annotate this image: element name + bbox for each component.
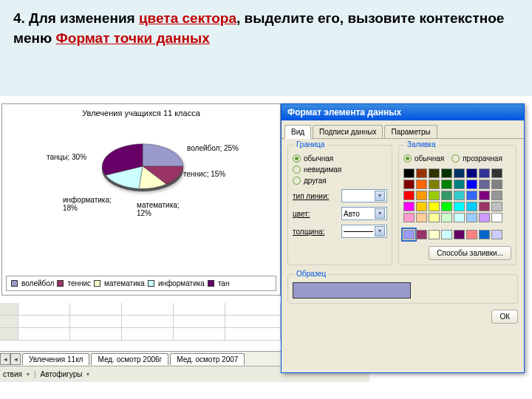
line-type-combo[interactable]: ▾ [341,189,387,202]
palette-color[interactable] [466,168,477,178]
palette-color[interactable] [479,180,490,189]
actions-menu[interactable]: ствия [3,370,22,378]
color-palette [403,168,511,222]
palette-color[interactable] [441,168,452,178]
palette-color[interactable] [403,168,415,178]
sheet-tab-1[interactable]: Увлечения 11кл [22,353,89,365]
dialog-tabs: Вид Подписи данных Параметры [282,120,524,139]
palette-color[interactable] [491,180,502,189]
palette-color[interactable] [429,230,440,239]
border-radio-normal[interactable]: обычная [293,154,387,163]
palette-color[interactable] [416,213,427,222]
palette-color[interactable] [441,191,452,200]
palette-color[interactable] [454,191,465,200]
palette-color[interactable] [479,168,490,178]
palette-color[interactable] [403,180,415,189]
palette-color[interactable] [429,191,440,200]
palette-color[interactable] [429,168,440,178]
palette-color[interactable] [454,168,465,178]
palette-color[interactable] [416,191,427,200]
palette-color[interactable] [491,230,502,239]
pie-chart[interactable]: Увлечения учащихся 11 класса волейбол; 2… [1,103,281,296]
palette-color[interactable] [491,213,502,222]
chart-title: Увлечения учащихся 11 класса [2,104,280,122]
sample-preview [293,282,411,299]
autoshapes-menu[interactable]: Автофигуры [41,370,83,378]
ok-button[interactable]: ОК [491,310,518,324]
data-label-informatics: информатика;18% [63,196,112,212]
dialog-title: Формат элемента данных [282,104,524,120]
border-radio-invisible[interactable]: невидимая [293,166,387,174]
sample-group: Образец [287,274,518,304]
sheet-tab-3[interactable]: Мед. осмотр 2007 [170,353,245,365]
data-label-tennis: теннис; 15% [183,170,225,178]
tab-view[interactable]: Вид [284,125,311,139]
palette-color[interactable] [441,180,452,189]
fill-methods-button[interactable]: Способы заливки... [429,246,511,260]
thickness-combo[interactable]: ▾ [341,225,387,238]
tab-data-labels[interactable]: Подписи данных [313,125,383,138]
border-radio-other[interactable]: другая [293,177,387,185]
palette-color[interactable] [403,202,415,211]
palette-color[interactable] [441,230,452,239]
palette-color[interactable] [416,168,427,178]
palette-color[interactable] [466,180,477,189]
palette-color[interactable] [479,191,490,200]
data-label-dance: танцы; 30% [47,153,86,161]
palette-color[interactable] [491,191,502,200]
palette-color[interactable] [491,168,502,178]
tab-nav-prev[interactable]: ◂ [10,353,21,365]
palette-color[interactable] [416,202,427,211]
palette-color[interactable] [479,202,490,211]
fill-radio-normal[interactable]: обычная [403,154,444,163]
data-label-math: математика;12% [137,201,180,217]
border-group: Граница обычная невидимая другая тип лин… [287,145,392,265]
color-palette-2 [403,230,511,239]
fill-radio-transparent[interactable]: прозрачная [451,154,502,163]
fill-group: Заливка обычная прозрачная Способы залив… [398,145,516,265]
palette-color[interactable] [479,213,490,222]
palette-color[interactable] [466,213,477,222]
palette-color[interactable] [429,213,440,222]
data-label-volleyball: волейбол; 25% [187,144,239,152]
palette-color[interactable] [441,202,452,211]
format-data-point-dialog: Формат элемента данных Вид Подписи данны… [281,103,525,373]
palette-color[interactable] [454,230,465,239]
sheet-tab-2[interactable]: Мед. осмотр 2006г [91,353,168,365]
palette-color[interactable] [429,180,440,189]
spreadsheet-grid[interactable] [0,303,282,341]
palette-color[interactable] [403,213,415,222]
tab-parameters[interactable]: Параметры [384,125,437,138]
pie-graphic[interactable] [98,137,187,196]
palette-color[interactable] [403,230,415,239]
palette-color[interactable] [416,230,427,239]
tab-nav-first[interactable]: ◂ [0,353,10,365]
color-combo[interactable]: Авто▾ [341,207,387,220]
palette-color[interactable] [454,213,465,222]
palette-color[interactable] [466,230,477,239]
palette-color[interactable] [466,191,477,200]
palette-color[interactable] [429,202,440,211]
palette-color[interactable] [491,202,502,211]
palette-color[interactable] [416,180,427,189]
palette-color[interactable] [479,230,490,239]
palette-color[interactable] [454,180,465,189]
chart-legend: волейбол теннис математика информатика т… [6,276,276,291]
palette-color[interactable] [466,202,477,211]
instruction-text: 4. Для изменения цвета сектора, выделите… [0,0,532,54]
palette-color[interactable] [454,202,465,211]
palette-color[interactable] [441,213,452,222]
palette-color[interactable] [403,191,415,200]
